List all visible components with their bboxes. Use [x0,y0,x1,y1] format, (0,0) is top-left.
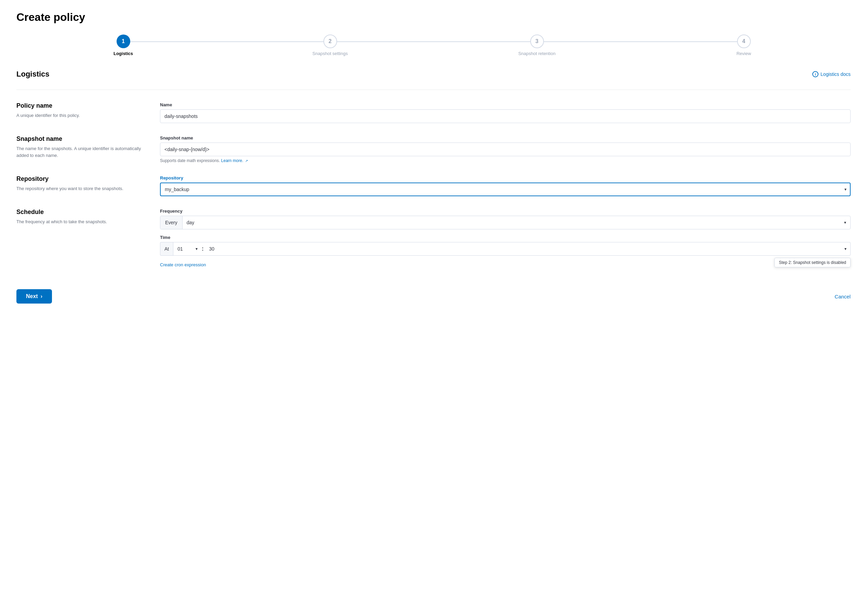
section-divider [16,90,851,90]
snapshot-name-hint: Supports date math expressions. Learn mo… [160,158,851,163]
policy-name-left: Policy name A unique identifier for this… [16,102,146,119]
snapshot-name-title: Snapshot name [16,135,146,143]
step-2: 2 Snapshot settings [227,35,433,56]
step-3-label: Snapshot retention [518,51,556,56]
learn-more-label: Learn more. [221,158,243,163]
policy-name-right: Name [160,102,851,123]
schedule-desc: The frequency at which to take the snaps… [16,218,146,225]
time-at-label: At [160,242,173,256]
next-button[interactable]: Next › [16,289,52,303]
step-3: 3 Snapshot retention [433,35,640,56]
learn-more-link[interactable]: Learn more. ↗ [221,158,248,163]
step-4: 4 Review [640,35,847,56]
frequency-select[interactable]: day week month [182,220,850,225]
logistics-docs-link[interactable]: i Logistics docs [812,71,851,77]
repository-desc: The repository where you want to store t… [16,185,146,192]
repository-select[interactable]: my_backup backup_repo archive [160,182,851,196]
time-hour-wrapper: 01 02 03 ▾ [173,242,200,256]
time-minute-wrapper: 30 00 15 45 ▾ [205,242,851,256]
cron-tooltip-row: Create cron expression Step 2: Snapshot … [160,256,851,267]
step-2-circle: 2 [324,35,337,48]
section-header: Logistics i Logistics docs [16,70,851,80]
snapshot-name-input[interactable] [160,143,851,156]
stepper: 1 Logistics 2 Snapshot settings 3 Snapsh… [16,35,851,56]
create-cron-link[interactable]: Create cron expression [160,262,206,267]
docs-link-label: Logistics docs [820,71,851,77]
snapshot-name-right: Snapshot name Supports date math express… [160,135,851,163]
time-row: At 01 02 03 ▾ : 30 00 15 45 ▾ [160,242,851,256]
step-1-circle: 1 [116,35,130,48]
policy-name-input[interactable] [160,109,851,123]
schedule-title: Schedule [16,209,146,216]
step-1: 1 Logistics [20,35,227,56]
policy-name-section: Policy name A unique identifier for this… [16,102,851,123]
external-link-icon: ↗ [245,159,248,163]
frequency-wrapper: Every day week month ▾ [160,216,851,229]
section-title: Logistics [16,70,50,79]
schedule-section: Schedule The frequency at which to take … [16,209,851,267]
frequency-container: Every day week month ▾ [160,216,851,229]
snapshot-hint-text: Supports date math expressions. [160,158,220,163]
cancel-button[interactable]: Cancel [834,294,851,299]
snapshot-name-left: Snapshot name The name for the snapshots… [16,135,146,159]
schedule-left: Schedule The frequency at which to take … [16,209,146,225]
policy-name-desc: A unique identifier for this policy. [16,112,146,119]
page-title: Create policy [16,11,851,24]
snapshot-name-desc: The name for the snapshots. A unique ide… [16,145,146,159]
footer: Next › Cancel [16,284,851,303]
docs-icon: i [812,71,818,77]
frequency-prefix: Every [160,216,182,229]
step2-disabled-tooltip: Step 2: Snapshot settings is disabled [774,258,851,267]
repository-label: Repository [160,175,851,181]
repository-select-wrapper: my_backup backup_repo archive ▾ [160,182,851,196]
time-hour-select[interactable]: 01 02 03 [173,242,200,256]
frequency-select-wrapper: day week month ▾ [182,220,850,225]
policy-name-label: Name [160,102,851,107]
repository-left: Repository The repository where you want… [16,175,146,192]
schedule-right: Frequency Every day week month ▾ Time At [160,209,851,267]
time-label: Time [160,235,851,240]
time-minute-select[interactable]: 30 00 15 45 [205,242,851,256]
time-separator: : [200,242,205,256]
next-button-icon: › [41,293,42,299]
repository-title: Repository [16,175,146,182]
step-3-circle: 3 [530,35,544,48]
repository-section: Repository The repository where you want… [16,175,851,196]
tooltip-wrapper: Step 2: Snapshot settings is disabled [774,256,851,267]
next-button-label: Next [26,293,38,299]
snapshot-name-label: Snapshot name [160,135,851,140]
step-4-circle: 4 [737,35,751,48]
step-1-label: Logistics [113,51,133,56]
repository-right: Repository my_backup backup_repo archive… [160,175,851,196]
policy-name-title: Policy name [16,102,146,109]
snapshot-name-section: Snapshot name The name for the snapshots… [16,135,851,163]
frequency-label: Frequency [160,209,851,214]
step-2-label: Snapshot settings [313,51,348,56]
step-4-label: Review [737,51,751,56]
